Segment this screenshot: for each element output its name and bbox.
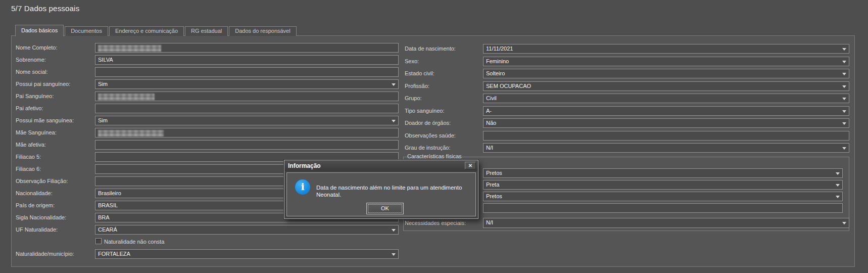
combo-grau-de-instrucao[interactable]: N/I xyxy=(483,143,849,153)
field-value: A- xyxy=(486,108,492,114)
chevron-down-icon[interactable] xyxy=(836,196,840,198)
form-row-pai-sanguineo: Pai Sanguíneo: xyxy=(16,92,399,101)
input-pai-afetivo[interactable] xyxy=(95,104,399,113)
form-row-possui-pai-sanguineo: Possui pai sanguíneo:Sim xyxy=(16,79,399,89)
group-title: Características físicas xyxy=(407,153,462,159)
form-row-nome-completo: Nome Completo: xyxy=(16,43,399,53)
combo-physical-characteristic-2[interactable]: Preta xyxy=(483,180,843,190)
field-label: Possui pai sanguíneo: xyxy=(16,81,70,87)
combo-tipo-sanguineo[interactable]: A- xyxy=(483,106,849,116)
form-row-tipo-sanguineo: Tipo sanguíneo:A- xyxy=(405,106,849,116)
field-label: Estado civil: xyxy=(405,70,435,76)
field-value: N/I xyxy=(486,219,493,225)
combo-naturalidade-municipio[interactable]: FORTALEZA xyxy=(95,249,399,259)
field-value: Solteiro xyxy=(486,70,505,76)
redacted-value xyxy=(98,94,155,100)
combo-uf-naturalidade[interactable]: CEARÁ xyxy=(95,225,399,235)
tab-documentos[interactable]: Documentos xyxy=(65,26,108,36)
app-window: 5/7 Dados pessoais Dados básicosDocument… xyxy=(0,0,868,273)
ok-button[interactable]: OK xyxy=(366,203,404,214)
left-column: Nome Completo:Sobrenome:SILVANome social… xyxy=(16,43,399,260)
combo-physical-characteristic-1[interactable]: Pretos xyxy=(483,168,843,178)
tab-dados-do-responsavel[interactable]: Dados do responsável xyxy=(229,26,296,36)
field-value: BRA xyxy=(98,214,110,220)
field-label: Observações saúde: xyxy=(405,132,456,139)
chevron-down-icon[interactable] xyxy=(842,98,846,100)
input-observacoes-saude[interactable] xyxy=(483,131,849,141)
checkbox-label: Naturalidade não consta xyxy=(104,239,164,245)
field-value: Feminino xyxy=(486,58,509,64)
chevron-down-icon[interactable] xyxy=(392,120,396,122)
field-label: Filiacao 5: xyxy=(16,154,41,160)
form-row-sobrenome: Sobrenome:SILVA xyxy=(16,55,399,65)
field-label: Sobrenome: xyxy=(16,57,46,63)
form-row-sexo: Sexo:Feminino xyxy=(405,57,849,66)
form-row-nome-social: Nome social: xyxy=(16,67,399,77)
field-value: Sim xyxy=(98,117,108,123)
input-mae-sanguinea[interactable] xyxy=(95,128,399,138)
combo-possui-mae-sanguinea[interactable]: Sim xyxy=(95,116,399,125)
redacted-value xyxy=(98,45,161,52)
combo-physical-characteristic-3[interactable]: Pretos xyxy=(483,192,843,201)
tab-bar: Dados básicosDocumentosEndereço e comuni… xyxy=(15,24,297,36)
input-sobrenome[interactable]: SILVA xyxy=(95,55,399,65)
field-value: Preta xyxy=(486,181,499,188)
chevron-down-icon[interactable] xyxy=(842,122,846,125)
chevron-down-icon[interactable] xyxy=(392,253,396,256)
form-row-profissao: Profissão:SEM OCUPACAO xyxy=(405,81,849,91)
input-nome-social[interactable] xyxy=(95,67,399,77)
field-label: Data de nascimento: xyxy=(405,46,456,52)
chevron-down-icon[interactable] xyxy=(842,73,846,75)
dialog-content: Data de nascimento além no limite para u… xyxy=(286,172,476,216)
field-label: Nacionalidade: xyxy=(16,190,53,196)
form-row-data-de-nascimento: Data de nascimento:11/11/2021 xyxy=(405,44,849,54)
combo-profissao[interactable]: SEM OCUPACAO xyxy=(483,81,849,91)
chevron-down-icon[interactable] xyxy=(842,61,846,63)
input-pai-sanguineo[interactable] xyxy=(95,92,399,101)
chevron-down-icon[interactable] xyxy=(842,147,846,150)
chevron-down-icon[interactable] xyxy=(842,110,846,113)
chevron-down-icon[interactable] xyxy=(842,85,846,88)
input-physical-characteristic-4[interactable] xyxy=(483,203,843,213)
combo-sexo[interactable]: Feminino xyxy=(483,57,849,66)
form-panel: Nome Completo:Sobrenome:SILVANome social… xyxy=(11,35,855,267)
input-mae-afetiva[interactable] xyxy=(95,140,399,150)
chevron-down-icon[interactable] xyxy=(392,229,396,232)
chevron-down-icon[interactable] xyxy=(842,222,846,224)
form-row-observacoes-saude: Observações saúde: xyxy=(405,131,849,141)
tab-dados-basicos[interactable]: Dados básicos xyxy=(15,25,64,36)
field-value: SILVA xyxy=(98,57,113,63)
right-column: Data de nascimento:11/11/2021Sexo:Femini… xyxy=(405,44,849,160)
input-nome-completo[interactable] xyxy=(95,43,399,53)
form-row-mae-sanguinea: Mãe Sanguínea: xyxy=(16,128,399,138)
combo-necessidades-especiais[interactable]: N/I xyxy=(483,218,849,228)
field-label: Doador de órgãos: xyxy=(405,120,451,126)
combo-possui-pai-sanguineo[interactable]: Sim xyxy=(95,79,399,89)
field-value: FORTALEZA xyxy=(98,251,130,257)
chevron-down-icon[interactable] xyxy=(836,184,840,187)
combo-grupo[interactable]: Civil xyxy=(483,94,849,103)
field-label: Mãe afetiva: xyxy=(16,142,46,148)
tab-rg-estadual[interactable]: RG estadual xyxy=(185,26,228,36)
field-label: País de origem: xyxy=(16,202,55,208)
field-label: Pai afetivo: xyxy=(16,105,43,111)
close-icon[interactable] xyxy=(465,162,476,169)
field-label: Pai Sanguíneo: xyxy=(16,93,54,99)
field-label: Profissão: xyxy=(405,83,429,89)
combo-data-de-nascimento[interactable]: 11/11/2021 xyxy=(483,44,849,54)
dialog-titlebar[interactable]: Informação xyxy=(284,160,478,171)
chevron-down-icon[interactable] xyxy=(392,83,396,86)
field-label: UF Naturalidade: xyxy=(16,226,58,233)
form-row-pai-afetivo: Pai afetivo: xyxy=(16,104,399,113)
tab-endereco-e-comunicacao[interactable]: Endereço e comunicação xyxy=(109,26,184,36)
checkbox-naturalidade-nao-consta[interactable] xyxy=(95,238,102,244)
chevron-down-icon[interactable] xyxy=(842,48,846,51)
combo-doador-de-orgaos[interactable]: Não xyxy=(483,118,849,128)
form-row-doador-de-orgaos: Doador de órgãos:Não xyxy=(405,118,849,128)
field-label: Necessidades especiais: xyxy=(405,220,466,226)
chevron-down-icon[interactable] xyxy=(836,172,840,175)
field-value: N/I xyxy=(486,145,493,151)
field-value: Sim xyxy=(98,81,108,87)
combo-estado-civil[interactable]: Solteiro xyxy=(483,69,849,78)
field-label: Tipo sanguíneo: xyxy=(405,108,444,114)
